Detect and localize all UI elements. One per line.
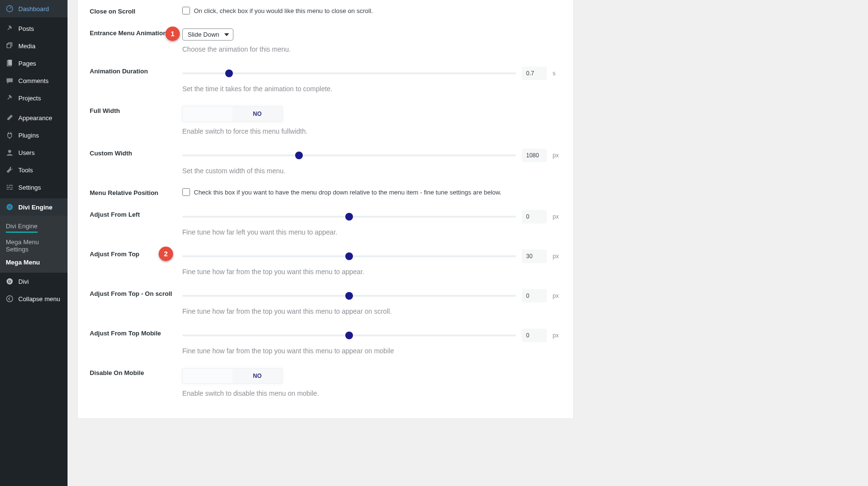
slider-thumb[interactable] (345, 213, 353, 221)
brush-icon (5, 113, 14, 123)
field-adjust-top-mobile: Adjust From Top Mobile px Fine tune how … (90, 322, 561, 361)
field-label: Custom Width (90, 149, 182, 157)
slider-thumb[interactable] (295, 152, 303, 159)
field-label: Menu Relative Position (90, 188, 182, 196)
field-adjust-left: Adjust From Left px Fine tune how far le… (90, 203, 561, 243)
field-label: Full Width (90, 106, 182, 114)
slider-thumb[interactable] (345, 292, 353, 300)
settings-panel: Close on Scroll On click, check box if y… (77, 0, 574, 419)
sidebar-item-tools[interactable]: Tools (0, 161, 68, 179)
sidebar-label: Projects (18, 95, 41, 102)
field-label: Disable On Mobile (90, 368, 182, 376)
adjust-top-scroll-slider[interactable] (182, 295, 516, 297)
field-desc: Fine tune how far from the top you want … (182, 307, 561, 315)
svg-rect-7 (7, 187, 11, 188)
sidebar-item-comments[interactable]: Comments (0, 72, 68, 89)
relative-position-checkbox[interactable] (182, 188, 190, 196)
duration-input[interactable] (522, 67, 547, 80)
adjust-top-slider[interactable] (182, 255, 516, 257)
collapse-icon (5, 294, 14, 304)
sidebar-label: Pages (18, 60, 36, 67)
submenu-item-mega-menu-settings[interactable]: Mega Menu Settings (0, 236, 68, 256)
adjust-top-input[interactable] (522, 250, 547, 263)
tools-icon (5, 165, 14, 175)
svg-point-12 (8, 206, 11, 208)
field-desc: Set the custom width of this menu. (182, 167, 561, 175)
sidebar-item-users[interactable]: Users (0, 144, 68, 161)
toggle-no[interactable]: NO (232, 369, 282, 383)
field-desc: Set the time it takes for the animation … (182, 85, 561, 93)
full-width-toggle[interactable]: NO (182, 106, 283, 122)
field-desc: Fine tune how far from the top you want … (182, 268, 561, 276)
pin-icon (5, 24, 14, 33)
field-disable-mobile: Disable On Mobile NO Enable switch to di… (90, 361, 561, 404)
field-animation: Entrance Menu Animation 1 Slide Down Cho… (90, 22, 561, 60)
sidebar-item-projects[interactable]: Projects (0, 89, 68, 107)
sidebar-item-appearance[interactable]: Appearance (0, 109, 68, 126)
toggle-yes[interactable] (183, 369, 232, 383)
svg-rect-6 (9, 185, 13, 186)
sidebar-label: Comments (18, 77, 49, 84)
field-custom-width: Custom Width px Set the custom width of … (90, 142, 561, 181)
adjust-left-input[interactable] (522, 210, 547, 223)
svg-rect-9 (7, 189, 9, 190)
sidebar-label: Appearance (18, 114, 52, 122)
sidebar-item-media[interactable]: Media (0, 37, 68, 55)
submenu-item-mega-menu[interactable]: Mega Menu (0, 256, 68, 269)
field-label: Adjust From Top - On scroll (90, 289, 182, 297)
sidebar-item-divi-engine[interactable]: Divi Engine (0, 198, 68, 216)
pages-icon (5, 58, 14, 68)
unit: s (553, 70, 561, 77)
custom-width-input[interactable] (522, 149, 547, 162)
toggle-yes[interactable] (183, 107, 232, 121)
submenu-item-divi-engine[interactable]: Divi Engine (0, 220, 68, 236)
sidebar-item-plugins[interactable]: Plugins (0, 126, 68, 144)
submenu-divi-engine: Divi Engine Mega Menu Settings Mega Menu (0, 216, 68, 273)
unit: px (553, 332, 561, 339)
field-desc: Fine tune how far left you want this men… (182, 228, 561, 236)
sidebar-item-collapse[interactable]: Collapse menu (0, 290, 68, 307)
sidebar-item-settings[interactable]: Settings (0, 179, 68, 196)
adjust-top-scroll-input[interactable] (522, 289, 547, 303)
unit: px (553, 292, 561, 299)
sidebar-item-posts[interactable]: Posts (0, 20, 68, 37)
custom-width-slider[interactable] (182, 154, 516, 156)
slider-thumb[interactable] (225, 69, 233, 77)
duration-slider[interactable] (182, 72, 516, 74)
unit: px (553, 253, 561, 260)
users-icon (5, 148, 14, 157)
svg-rect-5 (7, 185, 8, 186)
sidebar-label: Posts (18, 25, 34, 32)
toggle-no[interactable]: NO (232, 107, 282, 121)
adjust-top-mobile-slider[interactable] (182, 334, 516, 336)
adjust-top-mobile-input[interactable] (522, 329, 547, 342)
field-full-width: Full Width NO Enable switch to force thi… (90, 99, 561, 142)
main-content: Close on Scroll On click, check box if y… (68, 0, 868, 486)
slider-thumb[interactable] (345, 332, 353, 339)
svg-rect-8 (11, 187, 13, 188)
field-label: Adjust From Left (90, 210, 182, 218)
settings-icon (5, 182, 14, 192)
unit: px (553, 152, 561, 159)
animation-dropdown[interactable]: Slide Down (182, 28, 233, 41)
annotation-2: 2 (159, 247, 173, 261)
divi-engine-icon (5, 202, 14, 212)
pin-icon (5, 93, 14, 103)
sidebar-label: Dashboard (18, 5, 49, 13)
unit: px (553, 213, 561, 220)
field-adjust-top-scroll: Adjust From Top - On scroll px Fine tune… (90, 282, 561, 322)
sidebar-item-dashboard[interactable]: Dashboard (0, 0, 68, 17)
disable-mobile-toggle[interactable]: NO (182, 368, 283, 384)
sidebar-label: Plugins (18, 132, 39, 139)
admin-sidebar: Dashboard Posts Media Pages Comments Pro… (0, 0, 68, 486)
sidebar-item-divi[interactable]: D Divi (0, 273, 68, 290)
slider-thumb[interactable] (345, 252, 353, 260)
sidebar-item-pages[interactable]: Pages (0, 55, 68, 72)
field-desc: Fine tune how far from the top you want … (182, 347, 561, 355)
sidebar-label: Settings (18, 184, 41, 191)
adjust-left-slider[interactable] (182, 216, 516, 218)
close-on-scroll-checkbox[interactable] (182, 7, 190, 14)
field-desc: Enable switch to force this menu fullwid… (182, 127, 561, 135)
field-label: Adjust From Top Mobile (90, 329, 182, 337)
close-on-scroll-desc: On click, check box if you would like th… (194, 7, 373, 14)
